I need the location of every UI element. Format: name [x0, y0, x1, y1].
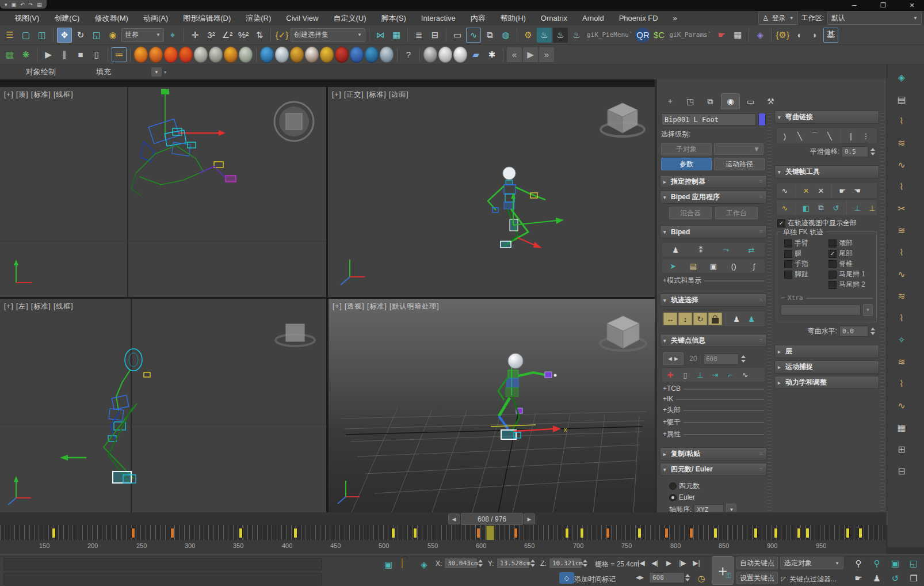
phoenix-blood-icon[interactable] [335, 47, 349, 63]
animation-key[interactable] [170, 528, 174, 538]
animation-key[interactable] [665, 528, 669, 538]
menu-item[interactable]: 内容 [463, 12, 493, 25]
phoenix-cigarette-smoke-icon[interactable] [209, 47, 223, 63]
maximize-button[interactable]: ❒ [876, 0, 891, 10]
menu-item[interactable]: 动画(A) [136, 12, 175, 25]
menu-item[interactable]: Ornatrix [533, 12, 575, 24]
phoenix-honey-icon[interactable] [320, 47, 334, 63]
euler-radio-row[interactable]: Euler [669, 493, 764, 501]
add-time-tag[interactable]: 添加时间标记 [574, 574, 616, 584]
paint-deform-icon[interactable]: ▦ [2, 47, 17, 62]
select-place-icon[interactable]: ◉ [105, 28, 120, 43]
zero-all-icon[interactable]: ⋮ [859, 130, 873, 142]
xtra-subgroup[interactable]: − Xtra [781, 294, 873, 302]
delete-key-icon[interactable]: ▯ [678, 368, 692, 381]
zoom-all-icon[interactable]: ⚲ [869, 556, 885, 570]
animation-key[interactable] [713, 528, 717, 538]
gear-forward-icon[interactable]: » [539, 47, 554, 62]
select-scale-icon[interactable]: ◱ [89, 28, 104, 43]
phoenix-ice-icon[interactable] [275, 47, 289, 63]
status-prompt-line[interactable] [3, 573, 322, 585]
save-icon[interactable]: ▣ [12, 2, 17, 7]
animation-key[interactable] [637, 528, 642, 538]
time-configuration-icon[interactable]: ◷ [694, 571, 709, 586]
phoenix-fire-icon[interactable] [134, 47, 148, 63]
menu-item[interactable]: 修改器(M) [87, 12, 136, 25]
phoenix-tap-water-icon[interactable] [350, 47, 364, 63]
sub-object-dropdown[interactable]: ▼ [714, 143, 763, 155]
sub-object-button[interactable]: 子对象 [661, 143, 712, 155]
menu-item[interactable]: Phoenix FD [612, 12, 666, 24]
key-frame-field[interactable]: 608 [703, 353, 739, 364]
checkbox[interactable] [784, 250, 792, 258]
layer-manager-icon[interactable]: ⊟ [427, 28, 442, 43]
smooth-offset-field[interactable]: 0.5 [842, 146, 868, 157]
object-color-swatch[interactable] [758, 113, 766, 126]
phoenix-liquid-icon[interactable] [260, 47, 274, 63]
twist-links-mode-icon[interactable]: ╲ [793, 130, 807, 142]
checkbox[interactable] [828, 260, 837, 268]
body-rotation-icon[interactable]: ↻ [693, 313, 707, 325]
body-horizontal-icon[interactable]: ↔ [663, 313, 677, 325]
hair-cut-icon[interactable]: ✂ [893, 200, 910, 216]
redo-icon[interactable]: ↷ [29, 2, 33, 7]
quaternion-radio-row[interactable]: 四元数 [669, 481, 764, 491]
menu-item[interactable]: » [666, 12, 685, 24]
quick-access-toolbar[interactable]: ▾▣↶↷▤ [0, 0, 47, 9]
auto-key-button[interactable]: 自动关键点 [736, 557, 778, 569]
material-editor-icon[interactable]: ◍ [498, 28, 513, 43]
time-ruler[interactable]: 1502002503003504004505005506006507007508… [0, 540, 886, 554]
show-all-tracks-row[interactable]: ✓ 在轨迹视图中显示全部 [777, 218, 876, 228]
body-vertical-icon[interactable]: ↕ [678, 313, 692, 325]
hair-dynamics-icon[interactable]: ∿ [893, 266, 910, 282]
render-production-icon[interactable]: ♨ [553, 28, 568, 43]
parameters-button[interactable]: 参数 [661, 158, 712, 170]
checkbox[interactable] [784, 239, 792, 248]
fx-log-icon[interactable]: ≔ [112, 47, 127, 62]
workspace-icon[interactable]: ▤ [37, 2, 42, 7]
animation-key[interactable] [52, 528, 56, 538]
menu-item[interactable]: Civil View [278, 12, 326, 24]
checkbox[interactable] [784, 260, 792, 268]
absolute-mode-icon[interactable]: ◈ [417, 557, 432, 572]
previous-key-button[interactable]: ◀ [448, 513, 460, 524]
quaternion-radio[interactable] [669, 482, 677, 490]
hair-shine-icon[interactable]: ✧ [893, 332, 910, 348]
rollout-assign-controller[interactable]: ▸ 指定控制器 ⁙ [660, 175, 767, 188]
fk-track-手臂[interactable]: 手臂 [784, 238, 828, 248]
subrollout-TCB[interactable]: +TCB [663, 385, 764, 393]
rollout-layers[interactable]: ▸ 层 [774, 345, 879, 358]
fk-track-脚趾[interactable]: 脚趾 [784, 269, 828, 279]
menu-item[interactable]: 渲染(R) [238, 12, 278, 25]
enable-subanims-icon[interactable]: ∿ [778, 184, 792, 197]
z-coordinate-field[interactable]: 10.321cm [549, 558, 582, 569]
anchor-left-hand-icon[interactable]: ☛ [835, 184, 849, 197]
motion-paths-button[interactable]: 运动路径 [714, 158, 765, 170]
menu-item[interactable]: 脚本(S) [373, 12, 413, 25]
fk-track-颈部[interactable]: 颈部 [828, 238, 873, 248]
close-button[interactable]: ✕ [904, 0, 919, 10]
save-file-icon[interactable]: ▣ [707, 260, 720, 272]
isolate-selection-icon[interactable]: ▣ [381, 557, 396, 572]
checkbox[interactable]: ✓ [828, 250, 837, 258]
zoom-icon[interactable]: ⚲ [850, 556, 866, 570]
phoenix-candle-icon[interactable] [224, 47, 238, 63]
menu-grip-icon[interactable]: ▾ [5, 2, 7, 7]
tab-create[interactable]: ＋ [660, 93, 679, 109]
viewport-left-label[interactable]: [+] [左] [标准] [线框] [4, 302, 74, 311]
menu-item[interactable]: 图形编辑器(D) [175, 12, 238, 25]
checkbox[interactable] [784, 271, 792, 279]
egg-preview-icon[interactable] [438, 47, 452, 63]
key-filter-target-dropdown[interactable]: 选定对象 ▼ [780, 557, 843, 569]
walk-through-icon[interactable]: ♟ [869, 571, 885, 585]
show-all-checkbox[interactable]: ✓ [777, 219, 785, 227]
y-coordinate-field[interactable]: 13.528cm [497, 558, 530, 569]
animation-key[interactable] [131, 528, 135, 538]
viewport-top-label[interactable]: [+] [顶] [标准] [线框] [4, 90, 74, 100]
base-partial-icon[interactable]: 基 [823, 28, 838, 43]
phoenix-coffee-icon[interactable] [305, 47, 319, 63]
phoenix-explosion-preset-icon[interactable] [179, 47, 193, 63]
rollout-copy-paste[interactable]: ▸ 复制/粘贴 ⁙ [660, 447, 767, 461]
motion-flow-mode-icon[interactable]: ⤳ [719, 243, 733, 256]
fx-discard-icon[interactable]: ▯ [89, 47, 104, 62]
